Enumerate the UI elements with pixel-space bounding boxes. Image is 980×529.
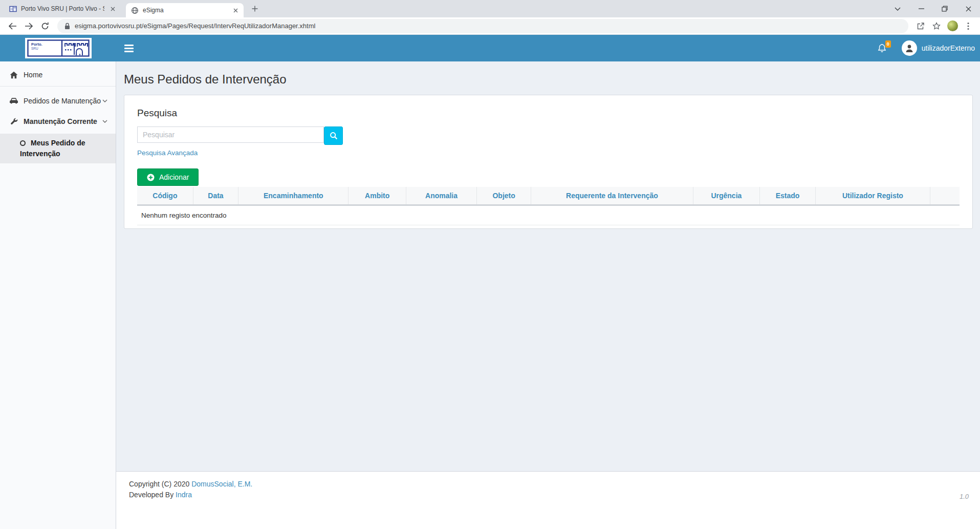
notifications-bell-icon[interactable]: 0	[878, 44, 886, 53]
developed-line: Developed By Indra	[129, 490, 967, 500]
advanced-search-link[interactable]: Pesquisa Avançada	[137, 149, 198, 157]
page-title: Meus Pedidos de Intervenção	[116, 61, 980, 93]
add-button-label: Adicionar	[159, 173, 189, 181]
reload-button[interactable]	[38, 19, 52, 33]
home-icon	[8, 71, 19, 79]
chevron-down-icon	[102, 120, 107, 123]
sidebar-item-meus-pedido-intervencao[interactable]: Meus Pedido de Intervenção	[0, 134, 116, 163]
user-menu[interactable]: utilizadorExterno	[902, 40, 975, 56]
browser-profile-avatar[interactable]	[945, 19, 960, 33]
app-header: Porto. SRU 0	[0, 35, 980, 61]
domussocial-link[interactable]: DomusSocial, E.M.	[191, 480, 252, 488]
column-header-actions	[930, 187, 960, 205]
browser-tab-esigma[interactable]: eSigma	[126, 3, 244, 17]
svg-text:SRU: SRU	[31, 47, 38, 50]
tab-search-icon[interactable]	[886, 0, 909, 17]
app-footer: Copyright (C) 2020 DomusSocial, E.M. Dev…	[116, 471, 980, 529]
version-label: 1.0	[960, 491, 969, 502]
search-input[interactable]	[137, 126, 324, 143]
car-icon	[8, 97, 19, 104]
browser-tab-strip: Porto Vivo SRU | Porto Vivo - Soc eSigma	[0, 0, 980, 17]
browser-toolbar: esigma.portovivosru.pt/eSigma/Pages/Requ…	[0, 17, 980, 35]
sidebar-item-label: Meus Pedido de Intervenção	[20, 139, 85, 158]
browser-tab-portovivo[interactable]: Porto Vivo SRU | Porto Vivo - Soc	[4, 0, 121, 17]
sidebar-item-label: Pedidos de Manutenção	[24, 97, 101, 105]
forward-button[interactable]	[21, 19, 36, 33]
column-header-data[interactable]: Data	[193, 187, 238, 205]
minimize-button[interactable]	[909, 0, 933, 17]
sidebar-item-home[interactable]: Home	[0, 65, 116, 85]
tab-title: Porto Vivo SRU | Porto Vivo - Soc	[21, 5, 104, 12]
column-header-ambito[interactable]: Ambito	[349, 187, 406, 205]
url-bar[interactable]: esigma.portovivosru.pt/eSigma/Pages/Requ…	[57, 19, 908, 33]
column-header-codigo[interactable]: Código	[137, 187, 193, 205]
table-empty-row: Nenhum registo encontrado	[137, 205, 960, 225]
empty-message: Nenhum registo encontrado	[137, 205, 960, 225]
back-button[interactable]	[5, 19, 19, 33]
column-header-encaminhamento[interactable]: Encaminhamento	[238, 187, 349, 205]
username-label: utilizadorExterno	[922, 44, 975, 52]
new-tab-button[interactable]	[248, 2, 262, 16]
requests-table: Código Data Encaminhamento Ambito Anomal…	[137, 187, 960, 225]
requests-panel: Pesquisa Pesquisa Avançada Adicionar	[124, 95, 973, 229]
window-controls	[886, 0, 980, 17]
portovivo-favicon-icon	[9, 5, 17, 13]
sidebar: Home Pedidos de Manutenção Manutenção Co…	[0, 61, 116, 529]
bookmark-star-icon[interactable]	[929, 19, 944, 33]
share-icon[interactable]	[913, 19, 928, 33]
table-header-row: Código Data Encaminhamento Ambito Anomal…	[137, 187, 960, 205]
column-header-anomalia[interactable]: Anomalia	[406, 187, 476, 205]
search-icon	[330, 132, 338, 140]
column-header-utilizador-registo[interactable]: Utilizador Registo	[816, 187, 930, 205]
svg-text:Porto.: Porto.	[31, 42, 42, 47]
developed-text: Developed By	[129, 491, 173, 499]
search-button[interactable]	[324, 126, 343, 145]
tab-close-icon[interactable]	[108, 5, 117, 13]
sidebar-divider	[0, 86, 116, 87]
copyright-text: Copyright (C) 2020	[129, 480, 189, 488]
content-area: Meus Pedidos de Intervenção Pesquisa Pes…	[116, 61, 980, 529]
chevron-down-icon	[102, 99, 107, 102]
sidebar-toggle-icon[interactable]	[124, 45, 134, 52]
lock-icon[interactable]	[64, 23, 70, 30]
tab-close-icon[interactable]	[231, 6, 239, 14]
copyright-line: Copyright (C) 2020 DomusSocial, E.M.	[129, 479, 967, 490]
sidebar-item-pedidos-manutencao[interactable]: Pedidos de Manutenção	[0, 91, 116, 111]
wrench-icon	[8, 118, 19, 125]
esigma-app: Porto. SRU 0	[0, 35, 980, 529]
browser-menu-icon[interactable]	[961, 19, 975, 33]
close-window-button[interactable]	[956, 0, 980, 17]
column-header-estado[interactable]: Estado	[759, 187, 815, 205]
column-header-objeto[interactable]: Objeto	[477, 187, 531, 205]
sidebar-item-manutencao-corrente[interactable]: Manutenção Corrente	[0, 111, 116, 132]
column-header-urgencia[interactable]: Urgência	[693, 187, 759, 205]
globe-favicon-icon	[131, 7, 139, 14]
sidebar-item-label: Manutenção Corrente	[24, 117, 97, 125]
notification-count-badge: 0	[885, 40, 891, 48]
add-button[interactable]: Adicionar	[137, 168, 199, 186]
circle-o-icon	[20, 140, 26, 146]
search-heading: Pesquisa	[137, 108, 960, 119]
plus-circle-icon	[147, 174, 155, 181]
indra-link[interactable]: Indra	[176, 491, 192, 499]
url-text: esigma.portovivosru.pt/eSigma/Pages/Requ…	[75, 22, 315, 30]
porto-vivo-logo[interactable]: Porto. SRU	[0, 38, 116, 58]
user-avatar-icon	[902, 40, 917, 56]
column-header-requerente[interactable]: Requerente da Intervenção	[531, 187, 693, 205]
sidebar-item-label: Home	[24, 71, 42, 79]
restore-button[interactable]	[933, 0, 956, 17]
tab-title: eSigma	[143, 7, 227, 14]
